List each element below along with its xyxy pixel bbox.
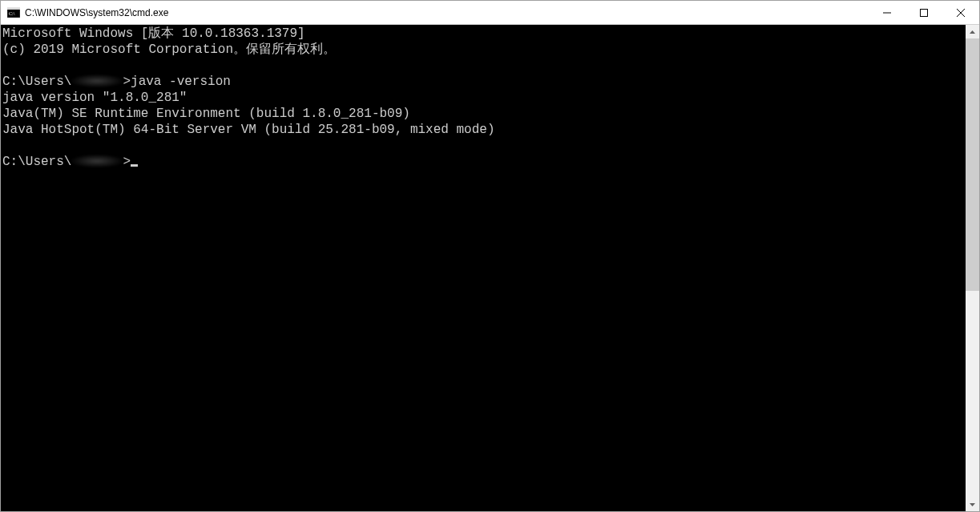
prompt-suffix: > bbox=[123, 75, 131, 89]
svg-text:C:\: C:\ bbox=[9, 11, 15, 16]
redacted-username bbox=[71, 75, 123, 87]
vertical-scrollbar[interactable] bbox=[966, 25, 979, 511]
redacted-username bbox=[71, 155, 123, 167]
scrollbar-track[interactable] bbox=[966, 38, 979, 498]
prompt-suffix: > bbox=[123, 155, 131, 169]
window-title: C:\WINDOWS\system32\cmd.exe bbox=[25, 7, 168, 18]
svg-rect-1 bbox=[7, 8, 20, 10]
output-line-1: Java(TM) SE Runtime Environment (build 1… bbox=[2, 107, 410, 121]
console-copyright: (c) 2019 Microsoft Corporation。保留所有权利。 bbox=[2, 42, 336, 57]
chevron-up-icon bbox=[970, 30, 975, 34]
client-area: Microsoft Windows [版本 10.0.18363.1379](c… bbox=[1, 25, 979, 511]
prompt-prefix: C:\Users\ bbox=[2, 155, 71, 169]
titlebar[interactable]: C:\ C:\WINDOWS\system32\cmd.exe bbox=[1, 1, 979, 25]
svg-rect-4 bbox=[921, 9, 928, 16]
svg-marker-7 bbox=[970, 30, 975, 34]
scrollbar-thumb[interactable] bbox=[966, 38, 979, 291]
svg-marker-8 bbox=[970, 503, 975, 506]
command-text: java -version bbox=[131, 75, 231, 89]
prompt-prefix: C:\Users\ bbox=[2, 75, 71, 89]
output-line-2: Java HotSpot(TM) 64-Bit Server VM (build… bbox=[2, 123, 495, 137]
maximize-button[interactable] bbox=[905, 1, 942, 24]
minimize-button[interactable] bbox=[869, 1, 905, 24]
close-button[interactable] bbox=[942, 1, 979, 24]
scroll-down-button[interactable] bbox=[966, 498, 979, 511]
chevron-down-icon bbox=[970, 503, 975, 506]
console-output[interactable]: Microsoft Windows [版本 10.0.18363.1379](c… bbox=[1, 25, 966, 511]
output-line-0: java version "1.8.0_281" bbox=[2, 91, 187, 105]
scroll-up-button[interactable] bbox=[966, 25, 979, 38]
cmd-icon: C:\ bbox=[7, 6, 20, 19]
titlebar-left: C:\ C:\WINDOWS\system32\cmd.exe bbox=[1, 6, 869, 19]
console-header: Microsoft Windows [版本 10.0.18363.1379] bbox=[2, 26, 305, 41]
cursor-icon bbox=[131, 164, 138, 167]
window-controls bbox=[869, 1, 979, 24]
